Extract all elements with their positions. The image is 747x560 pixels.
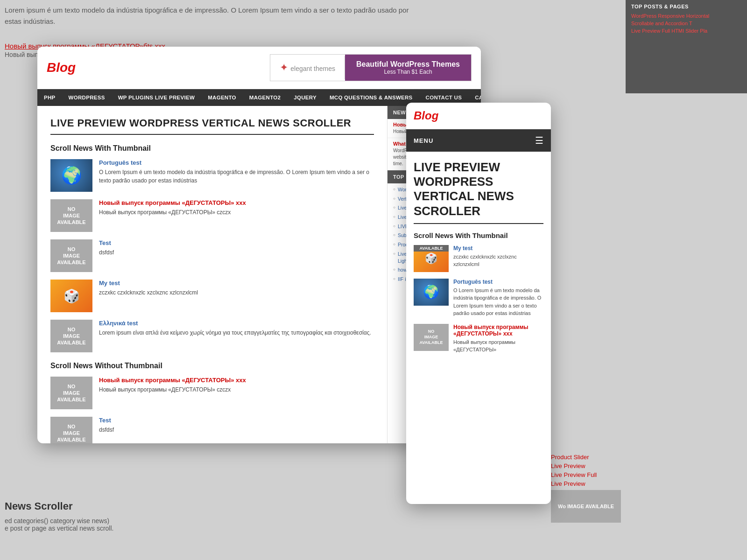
news-thumb-3: NOIMAGEAVAILABLE [50, 239, 92, 272]
bg-text-4: e post or page as vertical news scroll. [5, 525, 425, 532]
news-thumb-2: NOIMAGEAVAILABLE [50, 199, 92, 232]
mobile-text-2: O Lorem Ipsum é um texto modelo da indús… [453, 287, 543, 317]
mobile-page-title: LIVE PREVIEW WORDPRESS VERTICAL NEWS SCR… [414, 160, 543, 218]
mobile-body-2: Português test O Lorem Ipsum é um texto … [453, 279, 543, 317]
news-body-nt1: Новый выпуск программы «ДЕГУСТАТОРЫ» xxx… [99, 377, 374, 409]
news-link-1[interactable]: Português test [99, 159, 374, 166]
news-link-4[interactable]: My test [99, 280, 374, 287]
section1-title: Scroll News With Thumbnail [50, 144, 374, 153]
banner-tagline: Beautiful WordPress Themes [356, 60, 460, 69]
news-thumb-globe [50, 159, 92, 192]
news-item-nothumbs-1: NOIMAGEAVAILABLE Новый выпуск программы … [50, 377, 374, 409]
mobile-link-3[interactable]: Новый выпуск программы «ДЕГУСТАТОРЫ» xxx [453, 324, 543, 337]
mobile-thumb-noimg: NOIMAGEAVAILABLE [414, 324, 449, 351]
page-title-large: LIVE PREVIEW WORDPRESS VERTICAL NEWS SCR… [50, 117, 374, 129]
news-item-nothumbs-2: NOIMAGEAVAILABLE Test dsfdsf [50, 417, 374, 443]
bottom-link-live-preview-2[interactable]: Live Preview [551, 480, 738, 487]
blog-logo-large: Blog [47, 60, 76, 75]
mobile-nav-bar: MENU ☰ [406, 129, 551, 152]
blog-banner: ✦ elegant themes Beautiful WordPress The… [270, 54, 472, 81]
available-badge: AVAILABLE [414, 245, 449, 252]
news-text-5: Lorem ipsum είναι απλά ένα κείμενο χωρίς… [99, 329, 374, 337]
mobile-news-item-1: 🎲 AVAILABLE My test zczxkc czxlcknxzlc x… [414, 245, 543, 272]
bg-sidebar-link-3[interactable]: Live Preview Full HTMI Slider Pla [631, 28, 741, 34]
mobile-thumb-globe [414, 279, 449, 306]
mobile-link-2[interactable]: Português test [453, 279, 543, 285]
blog-header: Blog ✦ elegant themes Beautiful WordPres… [37, 47, 481, 89]
bg-text-top: Lorem ipsum é um texto modelo da indústr… [5, 5, 416, 27]
blog-main: LIVE PREVIEW WORDPRESS VERTICAL NEWS SCR… [37, 106, 388, 443]
news-link-3[interactable]: Test [99, 239, 374, 246]
news-item-greek: NOIMAGEAVAILABLE Ελληνικά test Lorem ips… [50, 320, 374, 352]
news-body-nt2: Test dsfdsf [99, 417, 374, 443]
mobile-globe-image [414, 279, 449, 306]
mobile-news-item-3: NOIMAGEAVAILABLE Новый выпуск программы … [414, 324, 543, 354]
nav-mcq[interactable]: MCQ QUESTIONS & ANSWERS [323, 89, 419, 106]
bg-sidebar-title: TOP POSTS & PAGES [631, 4, 741, 9]
banner-text: Beautiful WordPress Themes Less Than $1 … [345, 55, 471, 81]
news-body-3: Test dsfdsf [99, 239, 374, 272]
news-thumb-nt1: NOIMAGEAVAILABLE [50, 377, 92, 409]
banner-logo: ✦ elegant themes [270, 56, 345, 79]
hamburger-icon[interactable]: ☰ [535, 135, 543, 146]
title-divider [50, 134, 374, 135]
news-body-5: Ελληνικά test Lorem ipsum είναι απλά ένα… [99, 320, 374, 352]
news-body-2: Новый выпуск программы «ДЕГУСТАТОРЫ» xxx… [99, 199, 374, 232]
bg-text-3: ed categories() category wise news) [5, 517, 425, 525]
news-text-3: dsfdsf [99, 248, 374, 257]
news-item-2: NOIMAGEAVAILABLE Новый выпуск программы … [50, 199, 374, 232]
bg-sidebar-link-1[interactable]: WordPress Responsive Horizontal [631, 13, 741, 19]
news-thumb-cube: 🎲 [50, 280, 92, 312]
news-item-cube: 🎲 My test zczxkc czxlcknxzlc xzclxznc xz… [50, 280, 374, 312]
news-item-3: NOIMAGEAVAILABLE Test dsfdsf [50, 239, 374, 272]
nav-php[interactable]: PHP [37, 89, 62, 106]
mobile-news-item-2: Português test O Lorem Ipsum é um texto … [414, 279, 543, 317]
globe-image [50, 159, 92, 192]
news-text-2: Новый выпуск программы «ДЕГУСТАТОРЫ» czc… [99, 208, 374, 217]
bottom-link-live-preview-full[interactable]: Live Preview Full [551, 471, 738, 478]
mobile-section1-title: Scroll News With Thumbnail [414, 231, 543, 239]
bottom-link-product-slider[interactable]: Product Slider [551, 454, 738, 461]
news-item-globe: Português test O Lorem Ipsum é um texto … [50, 159, 374, 192]
news-link-nt1[interactable]: Новый выпуск программы «ДЕГУСТАТОРЫ» xxx [99, 377, 374, 384]
news-thumb-nt2: NOIMAGEAVAILABLE [50, 417, 92, 443]
mobile-content: LIVE PREVIEW WORDPRESS VERTICAL NEWS SCR… [406, 152, 551, 504]
nav-magento[interactable]: MAGENTO [201, 89, 243, 106]
news-text-4: zczxkc czxlcknxzlc xzclxznc xzlcnzxlcml [99, 288, 374, 297]
news-link-2[interactable]: Новый выпуск программы «ДЕГУСТАТОРЫ» xxx [99, 199, 374, 206]
nav-magento2[interactable]: MAGENTO2 [243, 89, 287, 106]
mobile-text-3: Новый выпуск программы «ДЕГУСТАТОРЫ» [453, 338, 543, 354]
nav-wp-plugins[interactable]: WP PLUGINS LIVE PREVIEW [112, 89, 202, 106]
blog-window-mobile: Blog MENU ☰ LIVE PREVIEW WORDPRESS VERTI… [406, 103, 551, 504]
bottom-link-live-preview-1[interactable]: Live Preview [551, 462, 738, 469]
mobile-text-1: zczxkc czxlcknxzlc xzclxznc xzlcnzxlcml [453, 253, 543, 268]
bg-sidebar-top: TOP POSTS & PAGES WordPress Responsive H… [626, 0, 747, 93]
mobile-body-3: Новый выпуск программы «ДЕГУСТАТОРЫ» xxx… [453, 324, 543, 354]
news-body-4: My test zczxkc czxlcknxzlc xzclxznc xzlc… [99, 280, 374, 312]
nav-jquery[interactable]: JQUERY [287, 89, 323, 106]
news-link-5[interactable]: Ελληνικά test [99, 320, 374, 327]
news-link-nt2[interactable]: Test [99, 417, 374, 424]
no-image-available-thumb: Wo IMAGE AVAILABLE [551, 490, 621, 523]
mobile-nav-label: MENU [414, 137, 433, 144]
bg-scroller-heading: News Scroller [5, 500, 425, 512]
news-text-nt2: dsfdsf [99, 426, 374, 434]
news-text-nt1: Новый выпуск программы «ДЕГУСТАТОРЫ» czc… [99, 385, 374, 394]
section2-title: Scroll News Without Thumbnail [50, 362, 374, 370]
bottom-right-area: Product Slider Live Preview Live Preview… [551, 454, 738, 523]
mobile-header: Blog [406, 103, 551, 129]
news-body-1: Português test O Lorem Ipsum é um texto … [99, 159, 374, 192]
bg-sidebar-link-2[interactable]: Scrollable and Accordion T [631, 21, 741, 26]
banner-subtitle: Less Than $1 Each [356, 69, 460, 75]
news-thumb-greek: NOIMAGEAVAILABLE [50, 320, 92, 352]
bg-bottom-text: News Scroller ed categories() category w… [5, 500, 425, 532]
mobile-logo: Blog [414, 109, 543, 122]
mobile-divider [414, 223, 543, 224]
nav-wordpress[interactable]: WORDPRESS [62, 89, 112, 106]
mobile-thumb-1: 🎲 AVAILABLE [414, 245, 449, 272]
mobile-body-1: My test zczxkc czxlcknxzlc xzclxznc xzlc… [453, 245, 543, 272]
news-text-1: O Lorem Ipsum é um texto modelo da indús… [99, 168, 374, 185]
mobile-link-1[interactable]: My test [453, 245, 543, 252]
